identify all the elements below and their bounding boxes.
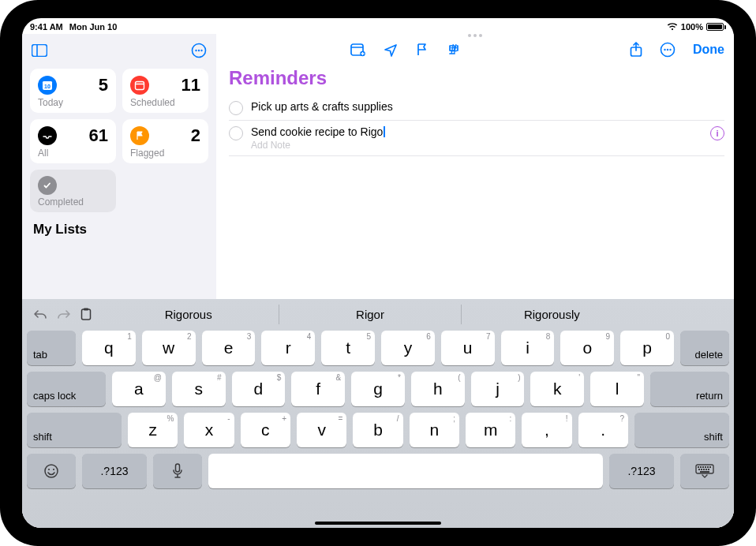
dictation-key[interactable]	[153, 454, 202, 488]
svg-text:10: 10	[44, 84, 51, 89]
key-q[interactable]: q1	[82, 331, 136, 365]
svg-rect-32	[709, 466, 711, 468]
redo-button[interactable]	[57, 309, 71, 320]
reminder-row[interactable]: Pick up arts & crafts supplies	[229, 95, 724, 121]
battery-pct: 100%	[681, 22, 703, 32]
key-o[interactable]: o9	[560, 331, 614, 365]
key-z[interactable]: z%	[128, 413, 178, 447]
key-y[interactable]: y6	[381, 331, 435, 365]
smart-list-completed[interactable]: Completed	[30, 170, 116, 212]
svg-text:#: #	[451, 43, 458, 56]
flag-icon	[130, 126, 149, 145]
keyboard-suggestion[interactable]: Rigorously	[461, 305, 642, 324]
svg-point-24	[53, 469, 54, 470]
svg-rect-38	[700, 471, 709, 473]
key-j[interactable]: j)	[471, 372, 525, 406]
location-button[interactable]	[384, 43, 398, 57]
info-button[interactable]: i	[710, 126, 724, 140]
svg-point-5	[200, 50, 202, 51]
capslock-key[interactable]: caps lock	[27, 372, 106, 406]
svg-rect-37	[708, 469, 709, 470]
key-b[interactable]: b/	[353, 413, 402, 447]
keyboard-suggestion[interactable]: Rigor	[279, 305, 460, 324]
key-v[interactable]: v=	[297, 413, 346, 447]
reminder-row[interactable]: Send cookie recipe to Rigo Add Note i	[229, 121, 724, 156]
wifi-icon	[667, 23, 678, 31]
key-r[interactable]: r4	[261, 331, 315, 365]
numeric-key[interactable]: .?123	[609, 454, 674, 488]
svg-rect-35	[703, 469, 705, 470]
key-a[interactable]: a@	[112, 372, 166, 406]
dismiss-keyboard-key[interactable]	[680, 454, 729, 488]
numeric-key[interactable]: .?123	[82, 454, 147, 488]
clipboard-button[interactable]	[80, 308, 92, 320]
key-.[interactable]: .?	[578, 413, 628, 447]
svg-rect-28	[700, 466, 702, 468]
sidebar-toggle-button[interactable]	[30, 41, 49, 60]
shift-key[interactable]: shift	[27, 413, 122, 447]
shift-key[interactable]: shift	[634, 413, 729, 447]
svg-rect-25	[176, 464, 180, 472]
tab-key[interactable]: tab	[27, 331, 76, 365]
tag-button[interactable]: #	[447, 43, 461, 57]
more-button[interactable]	[660, 42, 676, 58]
key-f[interactable]: f&	[291, 372, 345, 406]
share-button[interactable]	[630, 42, 642, 58]
reminder-text-editing[interactable]: Send cookie recipe to Rigo	[251, 125, 702, 138]
multitask-grabber-icon[interactable]	[468, 34, 482, 37]
keyboard-suggestion[interactable]: Rigorous	[98, 305, 279, 324]
key-k[interactable]: k'	[530, 372, 584, 406]
key-u[interactable]: u7	[441, 331, 495, 365]
delete-key[interactable]: delete	[680, 331, 729, 365]
smart-count: 11	[182, 75, 200, 95]
svg-point-17	[664, 49, 665, 50]
svg-rect-33	[698, 469, 700, 470]
calendar-icon	[130, 76, 149, 95]
home-indicator[interactable]	[315, 522, 441, 525]
svg-rect-31	[707, 466, 709, 468]
key-l[interactable]: l"	[590, 372, 644, 406]
key-s[interactable]: s#	[172, 372, 226, 406]
key-h[interactable]: h(	[411, 372, 465, 406]
svg-rect-9	[136, 82, 144, 90]
completion-circle[interactable]	[229, 101, 243, 115]
battery-icon	[706, 23, 726, 31]
return-key[interactable]: return	[650, 372, 729, 406]
smart-count: 61	[89, 125, 108, 146]
emoji-key[interactable]	[27, 454, 76, 488]
key-m[interactable]: m:	[466, 413, 515, 447]
undo-button[interactable]	[33, 309, 47, 320]
svg-rect-29	[702, 466, 704, 468]
key-n[interactable]: n;	[410, 413, 459, 447]
completion-circle[interactable]	[229, 126, 243, 140]
key-x[interactable]: x-	[184, 413, 234, 447]
smart-list-scheduled[interactable]: 11 Scheduled	[122, 69, 208, 113]
sidebar-more-button[interactable]	[189, 41, 208, 60]
key-c[interactable]: c+	[241, 413, 290, 447]
key-p[interactable]: p0	[620, 331, 674, 365]
smart-list-flagged[interactable]: 2 Flagged	[122, 119, 208, 163]
smart-count: 5	[99, 75, 108, 95]
done-button[interactable]: Done	[693, 43, 724, 57]
reminder-text[interactable]: Pick up arts & crafts supplies	[251, 100, 724, 113]
smart-list-today[interactable]: 10 5 Today	[30, 69, 116, 113]
svg-rect-0	[32, 45, 47, 57]
key-g[interactable]: g*	[351, 372, 405, 406]
status-date: Mon Jun 10	[69, 22, 118, 32]
calendar-add-button[interactable]	[350, 43, 366, 57]
add-note-placeholder[interactable]: Add Note	[251, 140, 702, 151]
text-cursor	[384, 126, 385, 137]
svg-rect-21	[84, 309, 88, 311]
key-i[interactable]: i8	[501, 331, 555, 365]
key-e[interactable]: e3	[202, 331, 256, 365]
key-w[interactable]: w2	[142, 331, 196, 365]
flag-button[interactable]	[415, 43, 429, 57]
space-key[interactable]	[208, 454, 603, 488]
key-,[interactable]: ,!	[522, 413, 571, 447]
key-d[interactable]: d$	[232, 372, 286, 406]
inbox-icon	[38, 126, 57, 145]
key-t[interactable]: t5	[321, 331, 375, 365]
smart-list-all[interactable]: 61 All	[30, 119, 116, 163]
check-icon	[38, 176, 57, 195]
smart-label: Scheduled	[130, 97, 200, 108]
